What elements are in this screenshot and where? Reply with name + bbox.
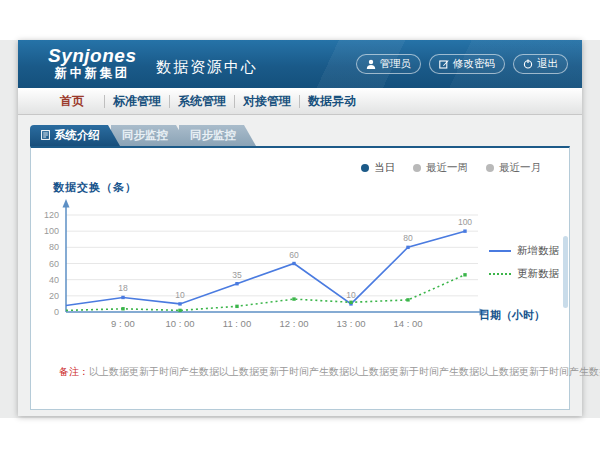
filter-label: 最近一月 [499, 161, 541, 175]
user-icon [366, 59, 376, 69]
svg-text:10 : 00: 10 : 00 [165, 318, 194, 329]
app-window: Synjones 新中新集团 数据资源中心 管理员 修改密码 [18, 40, 582, 416]
admin-user-button[interactable]: 管理员 [356, 54, 422, 74]
svg-text:0: 0 [54, 307, 59, 317]
solid-line-icon [489, 250, 511, 252]
admin-user-label: 管理员 [380, 57, 412, 71]
logout-label: 退出 [537, 57, 558, 71]
svg-text:9 : 00: 9 : 00 [111, 318, 135, 329]
svg-text:14 : 00: 14 : 00 [393, 318, 422, 329]
svg-text:10: 10 [346, 290, 356, 300]
user-area: 管理员 修改密码 退出 [356, 54, 569, 74]
chart-container: 0204060801001209 : 0010 : 0011 : 0012 : … [39, 194, 509, 336]
content-area: 系统介绍 同步监控 同步监控 当日 最近一周 [18, 115, 582, 416]
svg-text:13 : 00: 13 : 00 [336, 318, 365, 329]
brand-logo: Synjones 新中新集团 [48, 46, 136, 81]
time-range-filters: 当日 最近一周 最近一月 [361, 161, 541, 175]
filter-last-week[interactable]: 最近一周 [413, 161, 468, 175]
svg-text:80: 80 [49, 242, 59, 252]
page-background: Synjones 新中新集团 数据资源中心 管理员 修改密码 [0, 40, 600, 418]
tab-label: 同步监控 [122, 128, 168, 143]
legend-label: 新增数据 [517, 244, 559, 258]
svg-text:60: 60 [289, 250, 299, 260]
tab-sync-monitor-2[interactable]: 同步监控 [179, 125, 256, 146]
line-chart: 0204060801001209 : 0010 : 0011 : 0012 : … [39, 194, 509, 336]
svg-text:18: 18 [118, 283, 128, 293]
nav-item-system-mgmt[interactable]: 系统管理 [170, 93, 234, 109]
legend-label: 更新数据 [517, 267, 559, 281]
svg-text:100: 100 [458, 217, 472, 227]
chart-legend: 新增数据 更新数据 [489, 244, 559, 281]
filter-label: 当日 [374, 161, 395, 175]
y-axis-title: 数据交换（条） [53, 180, 137, 195]
svg-text:40: 40 [49, 275, 59, 285]
page-title: 数据资源中心 [156, 58, 258, 77]
nav-item-home[interactable]: 首页 [40, 93, 104, 109]
document-icon [41, 130, 50, 142]
tab-label: 同步监控 [190, 128, 236, 143]
tab-system-intro[interactable]: 系统介绍 [30, 125, 120, 146]
legend-item-updated-data: 更新数据 [489, 267, 559, 281]
edit-icon [439, 59, 449, 69]
svg-text:35: 35 [232, 270, 242, 280]
power-icon [523, 59, 533, 69]
svg-text:10: 10 [175, 290, 185, 300]
change-password-label: 修改密码 [453, 57, 495, 71]
scrollbar-thumb[interactable] [563, 236, 568, 308]
nav-item-data-change[interactable]: 数据异动 [300, 93, 364, 109]
footer-note: 备注：以上数据更新于时间产生数据以上数据更新于时间产生数据以上数据更新于时间产生… [59, 365, 549, 379]
svg-text:60: 60 [49, 259, 59, 269]
svg-text:11 : 00: 11 : 00 [223, 318, 251, 329]
svg-text:20: 20 [49, 291, 59, 301]
dotted-line-icon [489, 273, 511, 275]
filter-label: 最近一周 [426, 161, 468, 175]
logo-text-en: Synjones [48, 46, 136, 67]
svg-text:80: 80 [403, 233, 413, 243]
note-text: 以上数据更新于时间产生数据以上数据更新于时间产生数据以上数据更新于时间产生数据以… [89, 366, 600, 377]
svg-text:120: 120 [44, 210, 59, 220]
filter-today[interactable]: 当日 [361, 161, 395, 175]
svg-text:12 : 00: 12 : 00 [279, 318, 308, 329]
legend-item-new-data: 新增数据 [489, 244, 559, 258]
note-prefix: 备注： [59, 366, 89, 377]
app-header: Synjones 新中新集团 数据资源中心 管理员 修改密码 [18, 40, 582, 88]
chart-panel: 当日 最近一周 最近一月 数据交换（条） 0204060801001209 : … [30, 146, 570, 410]
filter-last-month[interactable]: 最近一月 [486, 161, 541, 175]
change-password-button[interactable]: 修改密码 [429, 54, 505, 74]
nav-item-standard-mgmt[interactable]: 标准管理 [105, 93, 169, 109]
nav-item-interface-mgmt[interactable]: 对接管理 [235, 93, 299, 109]
tab-label: 系统介绍 [54, 128, 100, 143]
radio-dot-icon [361, 164, 369, 172]
logout-button[interactable]: 退出 [513, 54, 568, 74]
svg-text:100: 100 [44, 226, 59, 236]
logo-text-cn: 新中新集团 [48, 67, 136, 81]
radio-dot-icon [413, 164, 421, 172]
tab-sync-monitor-1[interactable]: 同步监控 [111, 125, 188, 146]
main-nav: 首页 标准管理 系统管理 对接管理 数据异动 [18, 88, 582, 115]
x-axis-title: 日期（小时） [479, 308, 545, 323]
radio-dot-icon [486, 164, 494, 172]
tab-bar: 系统介绍 同步监控 同步监控 [30, 125, 247, 146]
